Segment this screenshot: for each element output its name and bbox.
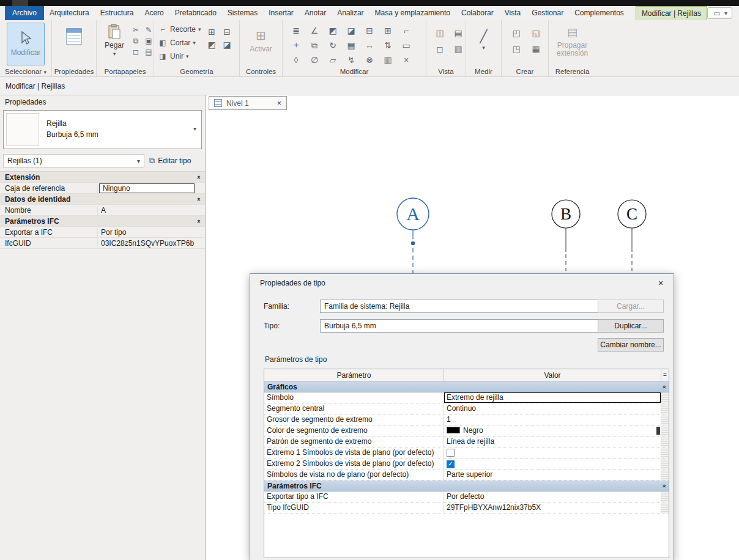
modify-tool-button[interactable]: Modificar — [7, 23, 45, 65]
paint-icon[interactable]: ⊞ — [206, 26, 218, 37]
section-datos-de-identidad[interactable]: Datos de identidad » — [0, 194, 205, 205]
wall-opening-icon[interactable]: ◪ — [221, 39, 233, 50]
cut-geometry-button[interactable]: ◧ Cortar ▾ — [155, 36, 201, 50]
propagate-extents-button[interactable]: ▤ Propagar extensión — [549, 25, 596, 57]
browse-button-edge[interactable] — [656, 427, 660, 435]
tab-complementos[interactable]: Complementos — [569, 6, 629, 20]
dialog-titlebar[interactable]: Propiedades de tipo × — [250, 274, 674, 292]
create-parts-icon[interactable]: ▦ — [530, 43, 542, 54]
extend-icon[interactable]: ⇅ — [382, 40, 394, 51]
measure-segment-icon[interactable]: ▥ — [382, 54, 394, 65]
mirror-axis-icon[interactable]: ◩ — [327, 25, 339, 36]
copy-icon[interactable]: ⧉ — [131, 36, 141, 45]
rotate-icon[interactable]: ↻ — [327, 40, 339, 51]
create-group-icon[interactable]: ◰ — [510, 28, 522, 39]
grid-bubble-c[interactable]: C — [618, 200, 646, 271]
array-icon[interactable]: ▦ — [345, 40, 357, 51]
type-selector[interactable]: Rejilla Burbuja 6,5 mm ▾ — [3, 110, 202, 149]
tab-prefabricado[interactable]: Prefabricado — [169, 6, 222, 20]
param-value[interactable]: Por defecto — [444, 492, 661, 502]
panel-label-seleccionar[interactable]: Seleccionar ▾ — [0, 68, 51, 75]
rename-button[interactable]: Cambiar nombre... — [598, 338, 664, 352]
property-value[interactable]: 03IC28z5n1SQvYPuoxTP6b — [98, 239, 205, 248]
param-value[interactable]: 29TFpHBYXAnw12nix37b5X — [444, 503, 661, 513]
grid-bubble-b[interactable]: B — [552, 200, 580, 271]
param-value-color[interactable]: Negro — [444, 426, 661, 436]
create-assembly-icon[interactable]: ◳ — [510, 43, 522, 54]
color-swatch[interactable] — [447, 427, 460, 433]
demolish-icon[interactable]: ⊟ — [221, 26, 233, 37]
create-similar-icon[interactable]: ◱ — [530, 28, 542, 39]
tab-archivo[interactable]: Archivo — [5, 6, 44, 20]
circle-cut-icon[interactable]: ⊗ — [363, 54, 376, 65]
tab-gestionar[interactable]: Gestionar — [526, 6, 569, 20]
grid-drag-handle[interactable] — [411, 241, 415, 245]
tab-masa-y-emplazamiento[interactable]: Masa y emplazamiento — [370, 6, 456, 20]
property-value[interactable]: Por tipo — [98, 228, 205, 237]
align-icon[interactable]: ≣ — [290, 25, 302, 36]
hide-elements-icon[interactable]: ◫ — [434, 28, 446, 39]
collapse-section-icon[interactable]: » — [195, 197, 202, 201]
tab-colaborar[interactable]: Colaborar — [456, 6, 499, 20]
grid-bubble-a[interactable]: A — [397, 198, 429, 273]
duplicate-button[interactable]: Duplicar... — [598, 319, 664, 333]
param-value[interactable]: Parte superior — [444, 470, 661, 480]
param-value[interactable]: Continuo — [444, 403, 661, 414]
activate-controls-button[interactable]: ⊞ Activar — [240, 28, 282, 53]
collapse-section-icon[interactable]: » — [195, 219, 202, 223]
split-with-gap-icon[interactable]: ⊞ — [382, 25, 394, 36]
selection-filter-combo[interactable]: Rejillas (1) ▾ — [3, 154, 144, 168]
group-row-parametros-ifc[interactable]: Parámetros IFC » — [264, 481, 669, 492]
paste-button[interactable]: Pegar ▾ — [102, 24, 127, 57]
tab-vista[interactable]: Vista — [499, 6, 526, 20]
measure-button[interactable]: ╱ ▾ — [466, 29, 501, 51]
paste-aligned-icon[interactable]: ▣ — [144, 36, 154, 45]
property-value[interactable]: A — [98, 206, 205, 215]
scale-icon[interactable]: ↔ — [363, 40, 376, 51]
trim-extend-icon[interactable]: ⌐ — [400, 25, 412, 36]
collapse-section-icon[interactable]: » — [195, 175, 202, 179]
delete-icon[interactable]: × — [400, 54, 412, 65]
collapse-group-icon[interactable]: » — [660, 484, 667, 487]
type-combo[interactable]: Burbuja 6,5 mm ▾ — [320, 319, 612, 333]
tab-insertar[interactable]: Insertar — [263, 6, 299, 20]
param-value[interactable]: Línea de rejilla — [444, 437, 661, 447]
ribbon-collapse-button[interactable]: ▭ ▾ — [707, 7, 732, 19]
checkbox-checked[interactable]: ✓ — [447, 460, 455, 468]
tab-modificar-rejillas[interactable]: Modificar | Rejillas — [636, 6, 707, 20]
unpin-icon[interactable]: ∅ — [308, 54, 321, 65]
checkbox-unchecked[interactable] — [447, 449, 455, 457]
split-face-icon[interactable]: ◩ — [206, 39, 218, 50]
group-row-graficos[interactable]: Gráficos » — [264, 381, 669, 392]
family-combo[interactable]: Familia de sistema: Rejilla ▾ — [320, 300, 612, 313]
tab-acero[interactable]: Acero — [139, 6, 169, 20]
cope-button[interactable]: ⌐ Recorte ▾ — [155, 23, 201, 36]
display-icon[interactable]: ▥ — [452, 43, 464, 54]
edit-type-button[interactable]: ⧉ Editar tipo — [148, 154, 202, 168]
cut-icon[interactable]: ✂ — [131, 25, 141, 34]
tab-analizar[interactable]: Analizar — [332, 6, 369, 20]
linework-icon[interactable]: ▤ — [452, 28, 464, 39]
match-properties-icon[interactable]: ◻ — [131, 47, 141, 56]
properties-button[interactable] — [52, 28, 96, 47]
collapse-group-icon[interactable]: » — [660, 385, 667, 388]
bolt-icon[interactable]: ↯ — [345, 54, 357, 65]
tab-anotar[interactable]: Anotar — [299, 6, 332, 20]
match-type-icon[interactable]: ✎ — [144, 25, 154, 34]
load-button[interactable]: Cargar... — [598, 300, 664, 313]
clipboard-options-icon[interactable]: ▤ — [144, 47, 154, 56]
offset-icon[interactable]: ∠ — [308, 25, 321, 36]
mirror-pick-icon[interactable]: ◪ — [345, 25, 357, 36]
tab-sistemas[interactable]: Sistemas — [222, 6, 263, 20]
join-button[interactable]: ◨ Unir ▾ — [155, 50, 201, 63]
corner-trim-icon[interactable]: ▭ — [400, 40, 412, 51]
split-element-icon[interactable]: ⊟ — [363, 25, 376, 36]
section-extension[interactable]: Extensión » — [0, 172, 205, 183]
tab-arquitectura[interactable]: Arquitectura — [44, 6, 95, 20]
pin-icon[interactable]: ◊ — [290, 54, 302, 65]
property-value-input[interactable]: Ninguno — [99, 183, 195, 193]
move-icon[interactable]: ＋ — [290, 40, 302, 51]
param-value[interactable]: 1 — [444, 414, 661, 425]
app-menu-chip[interactable] — [12, 0, 28, 6]
override-graphics-icon[interactable]: ◻ — [434, 43, 446, 54]
